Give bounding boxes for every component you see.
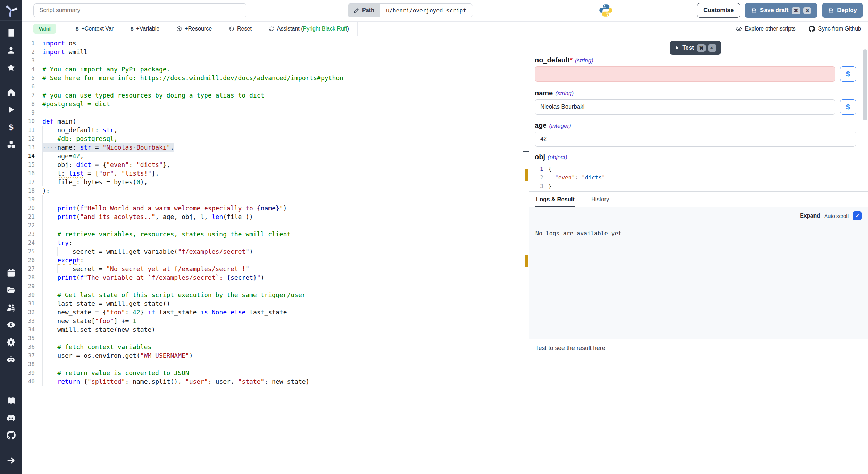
no-default-input[interactable] <box>535 66 835 82</box>
sidebar-item-calendar[interactable] <box>0 264 22 281</box>
line-text: user = os.environ.get("WM_USERNAME") <box>42 351 193 360</box>
line-number: 17 <box>22 178 42 186</box>
reset-button[interactable]: Reset <box>220 22 260 36</box>
customise-button[interactable]: Customise <box>697 3 740 18</box>
logs-area: Expand Auto scroll ✓ No logs are availab… <box>529 207 868 339</box>
sidebar-item-eye[interactable] <box>0 316 22 333</box>
line-number: 22 <box>22 221 42 230</box>
variable-picker-button[interactable]: $ <box>840 99 856 115</box>
autoscroll-checkbox[interactable]: ✓ <box>853 211 862 220</box>
sidebar-item-arrow-right[interactable] <box>0 452 22 469</box>
line-number: 29 <box>22 282 42 290</box>
obj-json-editor[interactable]: 1{2 "even": "dicts"3} <box>535 163 856 192</box>
line-text: new_state = {"foo": 42} if last_state is… <box>42 308 287 316</box>
sidebar-item-building[interactable] <box>0 24 22 42</box>
variable-picker-button[interactable]: $ <box>840 66 856 82</box>
code-line-19: 19 <box>22 195 529 204</box>
code-line-9: 9 <box>22 108 529 117</box>
preview-panel: Test ⌘ ↵ no_default*(string) $ name(stri… <box>529 36 868 474</box>
save-draft-label: Save draft <box>760 7 788 14</box>
field-label: name(string) <box>535 89 856 97</box>
sidebar-item-star[interactable] <box>0 59 22 76</box>
line-text: new_state["foo"] += 1 <box>42 316 136 325</box>
line-number: 23 <box>22 230 42 238</box>
json-line-2: 2 "even": "dicts" <box>535 173 856 182</box>
code-editor[interactable]: 1import os2import wmill34# You can impor… <box>22 36 529 474</box>
path-value: u/henri/overjoyed_script <box>380 4 473 17</box>
logs-empty-text: No logs are available yet <box>535 230 862 237</box>
overview-warning-marker[interactable] <box>525 169 528 181</box>
script-summary-input[interactable] <box>33 3 247 17</box>
gear-icon <box>7 338 16 347</box>
add-resource-button[interactable]: +Resource <box>168 22 220 36</box>
kbd-s: S <box>803 7 811 14</box>
deploy-button[interactable]: Deploy <box>822 3 863 18</box>
sidebar-item-play[interactable] <box>0 101 22 118</box>
explore-other-scripts-button[interactable]: Explore other scripts <box>736 26 796 32</box>
code-line-21: 21 print("and its acolytes..", age, obj,… <box>22 212 529 221</box>
panel-resize-handle[interactable] <box>523 151 529 152</box>
add-context-var-button[interactable]: $ +Context Var <box>67 22 122 36</box>
sidebar-item-dollar[interactable]: $ <box>0 118 22 136</box>
explore-label: Explore other scripts <box>745 26 796 32</box>
line-number: 26 <box>22 256 42 264</box>
assistant-label: Assistant (Pyright Black Ruff) <box>277 26 349 32</box>
kbd-cmd: ⌘ <box>697 44 706 52</box>
variable-label: +Variable <box>136 26 159 32</box>
test-label: Test <box>682 44 694 51</box>
assistant-button[interactable]: Assistant (Pyright Black Ruff) <box>260 22 358 36</box>
code-line-15: 15 obj: dict = {"even": "dicts"}, <box>22 160 529 169</box>
expand-button[interactable]: Expand <box>800 213 820 219</box>
kbd-cmd: ⌘ <box>792 7 800 14</box>
code-line-35: 35 <box>22 334 529 342</box>
add-variable-button[interactable]: $ +Variable <box>122 22 168 36</box>
users-gear-icon <box>7 303 16 312</box>
toolbar-right: Explore other scripts Sync from Github <box>736 22 861 36</box>
tab-logs-result[interactable]: Logs & Result <box>535 192 575 207</box>
line-number: 30 <box>22 290 42 299</box>
form-scrollbar[interactable] <box>863 49 867 120</box>
sidebar-group-tools <box>0 261 22 372</box>
code-line-36: 36 # fetch context variables <box>22 342 529 351</box>
path-edit-button[interactable]: Path <box>348 4 380 17</box>
line-number: 11 <box>22 126 42 134</box>
json-line-text: } <box>548 182 552 191</box>
field-age: age(integer) <box>535 121 856 147</box>
sidebar-item-folder[interactable] <box>0 281 22 299</box>
age-input[interactable] <box>535 132 856 147</box>
line-number: 37 <box>22 351 42 360</box>
sidebar-item-book[interactable] <box>0 392 22 409</box>
sidebar-item-cubes[interactable] <box>0 136 22 153</box>
code-line-2: 2import wmill <box>22 48 529 56</box>
sidebar-item-gear[interactable] <box>0 333 22 351</box>
sidebar-item-robot[interactable] <box>0 351 22 368</box>
line-text: print(f"The variable at `f/examples/secr… <box>42 273 264 282</box>
json-line-number: 3 <box>535 182 548 191</box>
sidebar-item-users-gear[interactable] <box>0 299 22 316</box>
code-line-3: 3 <box>22 56 529 65</box>
test-button[interactable]: Test ⌘ ↵ <box>670 41 721 55</box>
windmill-logo[interactable] <box>0 0 22 21</box>
tab-history[interactable]: History <box>591 192 610 207</box>
line-text: age=42, <box>42 152 84 160</box>
sidebar-item-discord[interactable] <box>0 409 22 426</box>
building-icon <box>7 28 16 37</box>
sidebar-item-github[interactable] <box>0 426 22 444</box>
sidebar-item-person[interactable] <box>0 42 22 59</box>
sidebar-footer <box>0 449 22 474</box>
sync-from-github-button[interactable]: Sync from Github <box>809 26 861 32</box>
star-icon <box>7 63 16 72</box>
line-number: 33 <box>22 316 42 325</box>
line-number: 12 <box>22 134 42 143</box>
name-input[interactable] <box>535 99 835 115</box>
save-draft-button[interactable]: Save draft ⌘ S <box>745 3 817 18</box>
line-text: secret = "No secret yet at f/examples/se… <box>42 264 249 273</box>
sidebar-item-home[interactable] <box>0 84 22 101</box>
line-text: obj: dict = {"even": "dicts"}, <box>42 160 170 169</box>
code-line-33: 33 new_state["foo"] += 1 <box>22 316 529 325</box>
line-text: def main( <box>42 117 76 126</box>
json-line-1: 1{ <box>535 164 856 173</box>
code-line-13: 13····name: str = "Nicolas·Bourbaki", <box>22 143 529 152</box>
overview-warning-marker[interactable] <box>525 255 528 267</box>
line-text: secret = wmill.get_variable("f/examples/… <box>42 247 253 256</box>
